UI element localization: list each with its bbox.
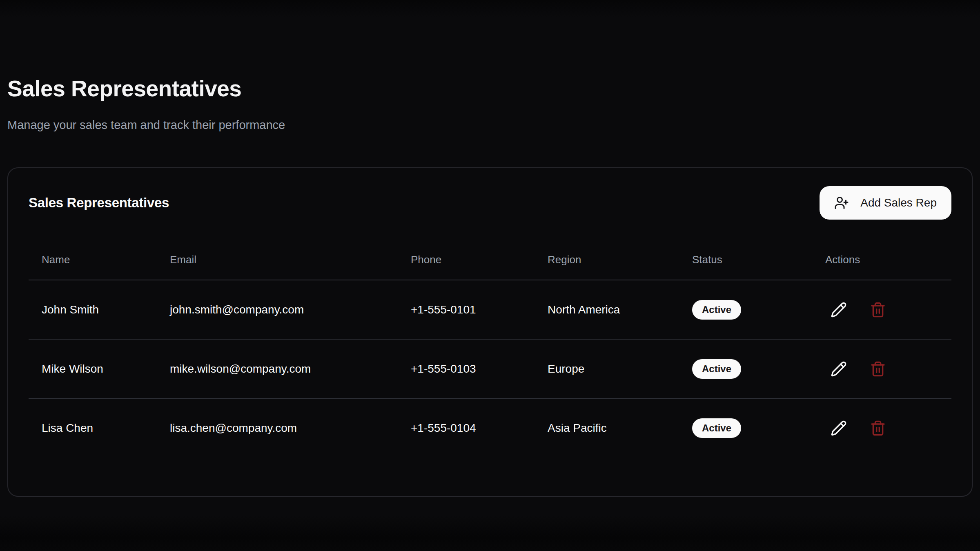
card-title: Sales Representatives <box>29 195 169 211</box>
table-body: John Smith john.smith@company.com +1-555… <box>29 280 951 458</box>
column-header-name: Name <box>29 240 157 280</box>
pencil-icon <box>831 302 847 318</box>
sales-reps-card: Sales Representatives Add Sales Rep <box>7 167 973 497</box>
rep-name: Mike Wilson <box>29 339 157 398</box>
page-subtitle: Manage your sales team and track their p… <box>7 118 973 132</box>
table-row: Lisa Chen lisa.chen@company.com +1-555-0… <box>29 398 951 458</box>
rep-name: Lisa Chen <box>29 398 157 458</box>
trash-icon <box>870 302 886 318</box>
rep-email: lisa.chen@company.com <box>157 398 398 458</box>
user-plus-icon <box>834 196 849 210</box>
rep-name: John Smith <box>29 280 157 339</box>
main-content: Sales Representatives Manage your sales … <box>0 0 980 497</box>
add-sales-rep-label: Add Sales Rep <box>860 196 937 209</box>
status-badge: Active <box>692 300 741 320</box>
status-badge: Active <box>692 418 741 438</box>
rep-actions-cell <box>812 398 951 458</box>
column-header-actions: Actions <box>812 240 951 280</box>
column-header-region: Region <box>535 240 679 280</box>
rep-status-cell: Active <box>679 339 812 398</box>
delete-button[interactable] <box>864 296 891 323</box>
pencil-icon <box>831 361 847 377</box>
rep-actions-cell <box>812 339 951 398</box>
page-title: Sales Representatives <box>7 76 973 102</box>
column-header-status: Status <box>679 240 812 280</box>
page: Sales Representatives Manage your sales … <box>0 0 980 551</box>
add-sales-rep-button[interactable]: Add Sales Rep <box>820 186 951 220</box>
rep-status-cell: Active <box>679 280 812 339</box>
sales-reps-table: Name Email Phone Region Status Actions J… <box>29 240 951 458</box>
rep-email: john.smith@company.com <box>157 280 398 339</box>
status-badge: Active <box>692 359 741 379</box>
rep-actions-cell <box>812 280 951 339</box>
column-header-email: Email <box>157 240 398 280</box>
card-header: Sales Representatives Add Sales Rep <box>29 186 951 220</box>
table-header: Name Email Phone Region Status Actions <box>29 240 951 280</box>
rep-region: Asia Pacific <box>535 398 679 458</box>
edit-button[interactable] <box>825 415 852 442</box>
edit-button[interactable] <box>825 296 852 323</box>
rep-status-cell: Active <box>679 398 812 458</box>
rep-region: Europe <box>535 339 679 398</box>
row-actions <box>825 296 951 323</box>
rep-phone: +1-555-0101 <box>398 280 535 339</box>
row-actions <box>825 415 951 442</box>
table-header-row: Name Email Phone Region Status Actions <box>29 240 951 280</box>
row-actions <box>825 355 951 382</box>
rep-email: mike.wilson@company.com <box>157 339 398 398</box>
table-row: Mike Wilson mike.wilson@company.com +1-5… <box>29 339 951 398</box>
column-header-phone: Phone <box>398 240 535 280</box>
table-row: John Smith john.smith@company.com +1-555… <box>29 280 951 339</box>
delete-button[interactable] <box>864 355 891 382</box>
pencil-icon <box>831 420 847 436</box>
rep-phone: +1-555-0104 <box>398 398 535 458</box>
rep-phone: +1-555-0103 <box>398 339 535 398</box>
trash-icon <box>870 420 886 436</box>
trash-icon <box>870 361 886 377</box>
rep-region: North America <box>535 280 679 339</box>
edit-button[interactable] <box>825 355 852 382</box>
delete-button[interactable] <box>864 415 891 442</box>
